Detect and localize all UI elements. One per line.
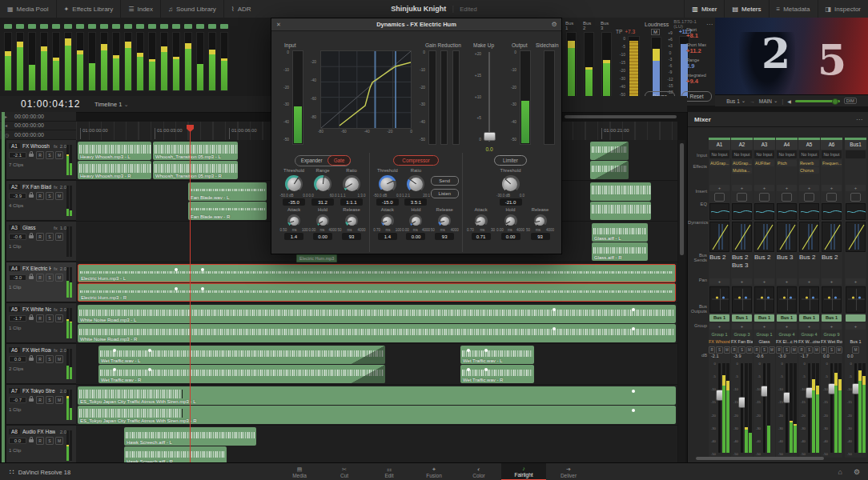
strip-s-button[interactable]: S xyxy=(738,346,745,354)
lock-icon[interactable] xyxy=(29,276,34,279)
strip-eq-thumbnail[interactable] xyxy=(799,203,819,220)
track-r-button[interactable]: R xyxy=(36,314,44,322)
audio-clip[interactable]: Wet Traffic.wav - L xyxy=(98,346,385,364)
audio-clip[interactable] xyxy=(590,142,629,160)
playhead-line[interactable] xyxy=(190,125,191,462)
add-output-button[interactable]: + xyxy=(799,323,819,330)
monitor-dest-select[interactable]: MAIN⌄ xyxy=(759,98,778,104)
knob-value[interactable]: 1.4 xyxy=(284,233,303,240)
strip-dynamics-thumbnail[interactable] xyxy=(754,222,774,252)
audio-clip[interactable]: Glass.aiff - R xyxy=(592,242,648,261)
strip-group[interactable]: Group 9 xyxy=(821,330,842,338)
automation-point[interactable] xyxy=(113,349,116,352)
strip-pan[interactable] xyxy=(846,286,866,313)
monitor-bus-select[interactable]: Bus 1⌄ xyxy=(726,98,745,104)
strip-r-button[interactable]: R xyxy=(821,346,827,354)
strip-db-value[interactable]: -3.9 xyxy=(731,354,753,360)
mixer-strip-A3[interactable]: A3No InputAUFilter+Bus 2+Bus 1+Group 1Gl… xyxy=(753,138,775,458)
strip-db-value[interactable]: 0.0 xyxy=(821,354,842,360)
toggle-expander[interactable]: Expander xyxy=(295,156,328,165)
track-m-button[interactable]: M xyxy=(55,355,63,363)
audio-clip[interactable]: Heavy Whoosh.mp3 - L xyxy=(78,142,151,160)
topbar-button-meters[interactable]: ▤Meters xyxy=(724,0,768,18)
strip-r-button[interactable]: R xyxy=(731,346,737,354)
insert-button[interactable] xyxy=(737,193,747,202)
strip-r-button[interactable]: R xyxy=(753,346,760,354)
track-header-A2[interactable]: A2FX Fan Bladefx2.0-3.9RSM4 Clips xyxy=(6,181,76,221)
page-tab-deliver[interactable]: ➔Deliver xyxy=(546,463,591,480)
insert-button[interactable] xyxy=(826,193,837,202)
topbar-button-index[interactable]: ☰Index xyxy=(121,0,161,18)
add-output-button[interactable]: + xyxy=(754,323,774,330)
add-effect-button[interactable]: + xyxy=(777,185,797,191)
mixer-strip-A2[interactable]: A2No InputAUGrap...Multiba...+Bus 2Bus 3… xyxy=(731,138,753,458)
strip-group[interactable]: Group 4 xyxy=(798,330,820,338)
mixer-strip-A5[interactable]: A5No InputReverbChorus+Bus 2+Bus 1+Group… xyxy=(798,138,820,458)
track-s-button[interactable]: S xyxy=(46,192,54,200)
track-m-button[interactable]: M xyxy=(55,192,63,200)
topbar-button-effects-library[interactable]: ✦Effects Library xyxy=(57,0,122,18)
knob-value[interactable]: 31.2 xyxy=(311,198,334,206)
track-m-button[interactable]: M xyxy=(55,314,63,322)
track-r-button[interactable]: R xyxy=(36,151,44,159)
lock-icon[interactable] xyxy=(29,194,34,198)
page-tab-color[interactable]: ◐Color xyxy=(456,463,501,480)
strip-eq-thumbnail[interactable] xyxy=(777,203,797,220)
automation-point[interactable] xyxy=(484,368,488,371)
track-db-value[interactable]: -0.7 xyxy=(9,397,26,403)
track-header-A4[interactable]: A4FX Electric Humfx2.0-3.0RSM1 Clip xyxy=(6,262,76,302)
timecode-field-row[interactable]: ◷00:00:00:00 xyxy=(0,130,76,140)
toggle-compressor[interactable]: Compressor xyxy=(393,155,438,166)
strip-r-button[interactable]: R xyxy=(776,346,782,354)
strip-m-button[interactable]: M xyxy=(852,346,859,354)
strip-dynamics-thumbnail[interactable] xyxy=(732,222,752,252)
knob[interactable] xyxy=(409,214,422,227)
strip-m-button[interactable]: M xyxy=(724,346,730,354)
strip-s-button[interactable]: S xyxy=(828,346,834,354)
send-button[interactable]: Send xyxy=(431,176,459,186)
dynamics-titlebar[interactable]: ✕ Dynamics - FX Electric Hum ⚙ xyxy=(271,18,561,31)
track-db-value[interactable]: -3.9 xyxy=(9,193,26,199)
add-send-button[interactable]: + xyxy=(777,278,797,285)
track-s-button[interactable]: S xyxy=(46,437,54,445)
strip-pan[interactable] xyxy=(777,286,797,313)
page-tab-media[interactable]: ▤Media xyxy=(277,463,322,480)
add-output-button[interactable]: + xyxy=(732,323,752,330)
settings-icon[interactable]: ⚙ xyxy=(547,21,561,28)
knob[interactable] xyxy=(534,214,547,227)
audio-clip[interactable] xyxy=(590,182,651,201)
automation-point[interactable] xyxy=(148,349,151,352)
vscroll-handle[interactable] xyxy=(680,143,684,255)
bus-send-chip[interactable]: Bus 2 xyxy=(732,254,752,261)
automation-point[interactable] xyxy=(175,287,178,290)
expander-gate-toggle[interactable]: ExpanderGate xyxy=(295,155,352,166)
add-send-button[interactable]: + xyxy=(754,278,774,285)
strip-pan[interactable] xyxy=(709,286,729,313)
strip-m-button[interactable]: M xyxy=(814,346,820,354)
effect-chip[interactable]: AUFilter xyxy=(754,160,774,166)
strip-m-button[interactable]: M xyxy=(746,346,753,354)
fader-groove[interactable] xyxy=(854,363,857,453)
automation-point[interactable] xyxy=(148,368,151,371)
strip-m-button[interactable]: M xyxy=(836,346,842,354)
strip-pan[interactable] xyxy=(754,286,774,313)
automation-point[interactable] xyxy=(467,368,470,371)
speaker-icon[interactable]: ◀ xyxy=(787,98,791,104)
knob[interactable] xyxy=(343,175,360,193)
add-effect-button[interactable]: + xyxy=(799,185,819,191)
audio-clip[interactable]: ES_Tokyo Japan City Traffic Atmos With S… xyxy=(78,386,676,405)
add-effect-button[interactable]: + xyxy=(754,185,774,191)
effect-chip[interactable]: Reverb xyxy=(799,160,819,166)
strip-group[interactable] xyxy=(845,330,866,338)
track-r-button[interactable]: R xyxy=(36,233,44,241)
automation-point[interactable] xyxy=(201,268,204,271)
strip-eq-thumbnail[interactable] xyxy=(709,203,729,220)
strip-bus-output[interactable]: Bus 1 xyxy=(732,314,752,322)
track-m-button[interactable]: M xyxy=(55,437,63,445)
strip-bus-output[interactable]: Bus 1 xyxy=(754,314,774,322)
automation-point[interactable] xyxy=(113,368,116,371)
bus-send-chip[interactable]: Bus 2 xyxy=(822,254,842,261)
strip-group[interactable]: Group 4 xyxy=(776,330,798,338)
knob-value[interactable]: -35.0 xyxy=(283,198,305,206)
strip-db-value[interactable]: -1.7 xyxy=(798,354,820,360)
